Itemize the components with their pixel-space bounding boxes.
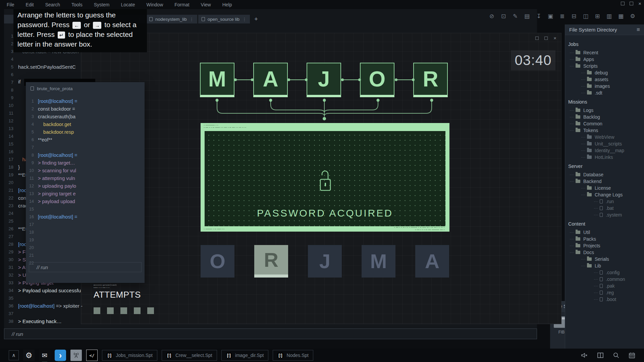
hamburger-icon[interactable]: ≡ (637, 26, 640, 33)
mail-icon[interactable]: ✉ (39, 350, 50, 361)
tree-item[interactable]: .pak (565, 283, 644, 289)
pool-letter-tile[interactable]: A (415, 245, 449, 278)
line-number: 35 (4, 296, 13, 301)
tree-item[interactable]: Projects (565, 242, 644, 249)
close-icon[interactable]: × (638, 2, 641, 5)
antenna-icon[interactable] (70, 350, 82, 361)
maximize-icon[interactable] (630, 2, 633, 5)
line-number: 18 (26, 230, 34, 235)
tree-item[interactable]: .sdt (565, 89, 644, 96)
editor-tab[interactable]: nodesystem_lib ⋮ (146, 15, 197, 23)
tree-item[interactable]: .boot (565, 296, 644, 303)
tree-item[interactable]: images (565, 83, 644, 89)
calendar-icon[interactable] (629, 352, 635, 359)
blocks-icon[interactable]: ▦ (618, 13, 624, 20)
tree-item[interactable]: Database (565, 171, 644, 178)
tree-item[interactable]: Scripts (565, 63, 644, 69)
edit-icon[interactable]: ✎ (512, 13, 519, 20)
tree-guide (581, 195, 585, 195)
minimize-icon[interactable] (621, 2, 625, 5)
taskbar-task-button[interactable]: [∶] Jobs_mission.Spt (102, 350, 157, 361)
tree-item[interactable]: .bat (565, 205, 644, 212)
menu-item[interactable]: Locate (121, 2, 135, 7)
taskbar-task-button[interactable]: [∶] image_dir.Spt (221, 350, 269, 361)
split-view-icon[interactable] (597, 352, 604, 358)
menu-item[interactable]: Tools (71, 2, 83, 7)
tab-menu-icon[interactable]: ⋮ (242, 17, 247, 22)
tree-item[interactable]: Jobs (565, 41, 644, 48)
settings-icon[interactable]: ⚙ (629, 13, 636, 20)
pool-letter-tile[interactable]: J (308, 245, 342, 278)
layers-icon[interactable]: ≣ (559, 13, 566, 20)
tree-item[interactable]: Missions (565, 99, 644, 105)
tree-item-icon (587, 135, 592, 139)
menu-item[interactable]: File (7, 2, 14, 7)
new-tab-button[interactable]: + (251, 15, 261, 23)
frame-icon[interactable]: ⊡ (500, 13, 507, 20)
tree-item[interactable]: Change Logs (565, 191, 644, 198)
tree-item[interactable]: .config (565, 269, 644, 276)
image-icon[interactable]: ▣ (547, 13, 554, 20)
pool-letter-tile[interactable]: O (201, 245, 234, 278)
maximize-icon[interactable] (544, 37, 548, 40)
tree-item[interactable]: .run (565, 198, 644, 205)
code-terminal-icon[interactable]: </ (86, 350, 98, 361)
ban-icon[interactable]: ⊘ (488, 13, 495, 20)
menu-item[interactable]: Window (146, 2, 163, 7)
tab-menu-icon[interactable]: ⋮ (190, 17, 194, 22)
tree-item[interactable]: Content (565, 221, 644, 227)
tree-item[interactable]: Identity__map (565, 147, 644, 154)
tree-item[interactable]: Util (565, 229, 644, 236)
popup-run-bar[interactable]: // run (29, 262, 142, 272)
tree-item-label: Lib (595, 263, 601, 268)
volume-muted-icon[interactable] (581, 352, 588, 359)
tree-item[interactable]: .system (565, 212, 644, 218)
chevron-up-icon[interactable]: ∧ (9, 350, 19, 360)
launcher-chevron-icon[interactable]: › (55, 350, 66, 361)
tree-item[interactable]: .reg (565, 289, 644, 296)
editor-tab[interactable]: open_source lib ⋮ (198, 15, 250, 23)
restore-icon[interactable] (535, 37, 539, 40)
tree-item[interactable]: Docs (565, 249, 644, 256)
tree-item[interactable]: Server (565, 163, 644, 170)
tree-item[interactable]: Packs (565, 236, 644, 242)
tree-item[interactable]: Unit__scripts (565, 140, 644, 147)
pool-letter-tile[interactable]: R (254, 245, 288, 278)
settings-gear-icon[interactable]: ⚙ (23, 350, 35, 361)
panel-split-icon[interactable]: ◫ (582, 13, 589, 20)
tree-item[interactable]: assets (565, 76, 644, 83)
tree-item[interactable]: Common (565, 120, 644, 127)
menu-item[interactable]: Edit (26, 2, 34, 7)
tree-item[interactable]: Logs (565, 107, 644, 114)
tree-item[interactable]: Backend (565, 178, 644, 185)
tree-item[interactable]: Recent (565, 49, 644, 56)
tree-item-label: .common (606, 277, 625, 282)
tree-item[interactable]: Serials (565, 256, 644, 262)
menu-item[interactable]: Format (174, 2, 189, 7)
search-icon[interactable] (613, 352, 620, 359)
close-icon[interactable]: × (553, 35, 556, 41)
tree-item[interactable]: License (565, 185, 644, 191)
tree-item[interactable]: .common (565, 276, 644, 283)
tree-item[interactable]: Tokens (565, 127, 644, 134)
tree-item[interactable]: Backlog (565, 114, 644, 120)
taskbar-task-button[interactable]: [∶] Nodes.Spt (273, 350, 313, 361)
tree-item[interactable]: debug (565, 69, 644, 76)
file-icon[interactable]: ▤ (524, 13, 530, 20)
menu-item[interactable]: System (94, 2, 110, 7)
tree-item[interactable]: WebView (565, 134, 644, 140)
tree-item[interactable]: Lib (565, 262, 644, 269)
run-command-bar[interactable]: // run (4, 328, 537, 339)
tree-item[interactable]: Apps (565, 56, 644, 63)
taskbar-task-button[interactable]: [∶] Crew__select.Spt (162, 350, 217, 361)
tree-guide (594, 286, 598, 286)
panel-grid-icon[interactable]: ⊞ (594, 13, 601, 20)
menu-item[interactable]: Help (222, 2, 232, 7)
tree-item[interactable]: HotLinks (565, 154, 644, 161)
menu-item[interactable]: View (201, 2, 211, 7)
pool-letter-tile[interactable]: M (362, 245, 395, 278)
menu-item[interactable]: Search (45, 2, 60, 7)
rows-icon[interactable]: ▥ (606, 13, 612, 20)
download-icon[interactable]: ↧ (535, 13, 542, 20)
panel-bottom-icon[interactable]: ⊟ (571, 13, 577, 20)
